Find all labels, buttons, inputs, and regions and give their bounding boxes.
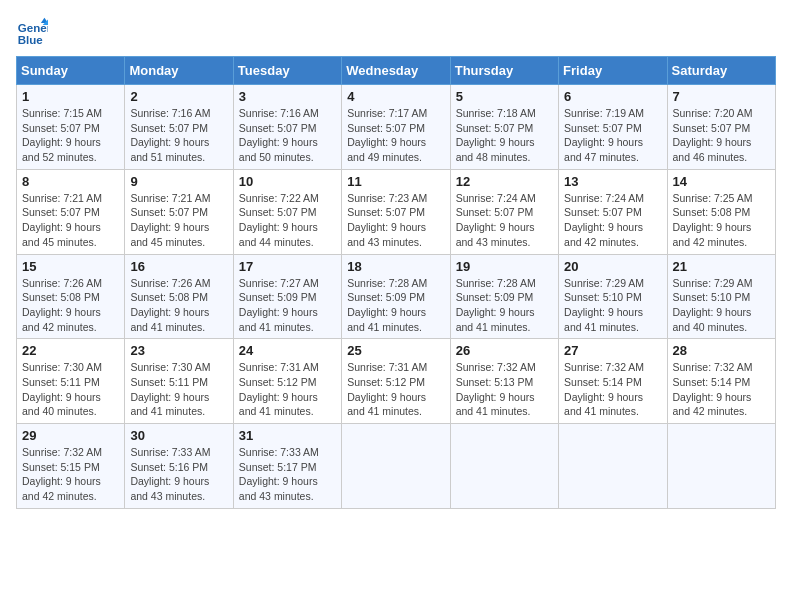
calendar-cell: 2 Sunrise: 7:16 AM Sunset: 5:07 PM Dayli… bbox=[125, 85, 233, 170]
logo: General Blue bbox=[16, 16, 52, 48]
day-header-tuesday: Tuesday bbox=[233, 57, 341, 85]
day-detail: Sunrise: 7:29 AM Sunset: 5:10 PM Dayligh… bbox=[564, 276, 661, 335]
day-number: 21 bbox=[673, 259, 770, 274]
day-number: 5 bbox=[456, 89, 553, 104]
day-detail: Sunrise: 7:15 AM Sunset: 5:07 PM Dayligh… bbox=[22, 106, 119, 165]
calendar-cell: 1 Sunrise: 7:15 AM Sunset: 5:07 PM Dayli… bbox=[17, 85, 125, 170]
calendar-week-5: 29 Sunrise: 7:32 AM Sunset: 5:15 PM Dayl… bbox=[17, 424, 776, 509]
day-number: 22 bbox=[22, 343, 119, 358]
day-number: 6 bbox=[564, 89, 661, 104]
day-detail: Sunrise: 7:16 AM Sunset: 5:07 PM Dayligh… bbox=[130, 106, 227, 165]
day-detail: Sunrise: 7:25 AM Sunset: 5:08 PM Dayligh… bbox=[673, 191, 770, 250]
day-number: 30 bbox=[130, 428, 227, 443]
calendar-header: SundayMondayTuesdayWednesdayThursdayFrid… bbox=[17, 57, 776, 85]
day-detail: Sunrise: 7:18 AM Sunset: 5:07 PM Dayligh… bbox=[456, 106, 553, 165]
calendar-cell bbox=[559, 424, 667, 509]
calendar-week-4: 22 Sunrise: 7:30 AM Sunset: 5:11 PM Dayl… bbox=[17, 339, 776, 424]
day-detail: Sunrise: 7:20 AM Sunset: 5:07 PM Dayligh… bbox=[673, 106, 770, 165]
day-detail: Sunrise: 7:24 AM Sunset: 5:07 PM Dayligh… bbox=[456, 191, 553, 250]
calendar-week-3: 15 Sunrise: 7:26 AM Sunset: 5:08 PM Dayl… bbox=[17, 254, 776, 339]
day-detail: Sunrise: 7:31 AM Sunset: 5:12 PM Dayligh… bbox=[347, 360, 444, 419]
day-number: 18 bbox=[347, 259, 444, 274]
day-number: 12 bbox=[456, 174, 553, 189]
calendar-cell: 12 Sunrise: 7:24 AM Sunset: 5:07 PM Dayl… bbox=[450, 169, 558, 254]
day-detail: Sunrise: 7:32 AM Sunset: 5:14 PM Dayligh… bbox=[673, 360, 770, 419]
day-header-sunday: Sunday bbox=[17, 57, 125, 85]
day-detail: Sunrise: 7:28 AM Sunset: 5:09 PM Dayligh… bbox=[456, 276, 553, 335]
day-detail: Sunrise: 7:30 AM Sunset: 5:11 PM Dayligh… bbox=[130, 360, 227, 419]
day-number: 19 bbox=[456, 259, 553, 274]
calendar-cell: 3 Sunrise: 7:16 AM Sunset: 5:07 PM Dayli… bbox=[233, 85, 341, 170]
calendar-cell: 6 Sunrise: 7:19 AM Sunset: 5:07 PM Dayli… bbox=[559, 85, 667, 170]
svg-text:General: General bbox=[18, 22, 48, 34]
day-detail: Sunrise: 7:16 AM Sunset: 5:07 PM Dayligh… bbox=[239, 106, 336, 165]
calendar-cell: 10 Sunrise: 7:22 AM Sunset: 5:07 PM Dayl… bbox=[233, 169, 341, 254]
calendar-cell: 26 Sunrise: 7:32 AM Sunset: 5:13 PM Dayl… bbox=[450, 339, 558, 424]
day-number: 10 bbox=[239, 174, 336, 189]
calendar-cell: 21 Sunrise: 7:29 AM Sunset: 5:10 PM Dayl… bbox=[667, 254, 775, 339]
calendar-cell: 13 Sunrise: 7:24 AM Sunset: 5:07 PM Dayl… bbox=[559, 169, 667, 254]
day-number: 3 bbox=[239, 89, 336, 104]
day-header-saturday: Saturday bbox=[667, 57, 775, 85]
day-header-wednesday: Wednesday bbox=[342, 57, 450, 85]
calendar-cell: 25 Sunrise: 7:31 AM Sunset: 5:12 PM Dayl… bbox=[342, 339, 450, 424]
calendar-table: SundayMondayTuesdayWednesdayThursdayFrid… bbox=[16, 56, 776, 509]
day-number: 25 bbox=[347, 343, 444, 358]
calendar-cell: 19 Sunrise: 7:28 AM Sunset: 5:09 PM Dayl… bbox=[450, 254, 558, 339]
calendar-cell: 22 Sunrise: 7:30 AM Sunset: 5:11 PM Dayl… bbox=[17, 339, 125, 424]
calendar-cell: 29 Sunrise: 7:32 AM Sunset: 5:15 PM Dayl… bbox=[17, 424, 125, 509]
day-number: 17 bbox=[239, 259, 336, 274]
calendar-cell: 18 Sunrise: 7:28 AM Sunset: 5:09 PM Dayl… bbox=[342, 254, 450, 339]
day-header-thursday: Thursday bbox=[450, 57, 558, 85]
day-detail: Sunrise: 7:32 AM Sunset: 5:13 PM Dayligh… bbox=[456, 360, 553, 419]
calendar-week-1: 1 Sunrise: 7:15 AM Sunset: 5:07 PM Dayli… bbox=[17, 85, 776, 170]
calendar-cell: 17 Sunrise: 7:27 AM Sunset: 5:09 PM Dayl… bbox=[233, 254, 341, 339]
day-header-monday: Monday bbox=[125, 57, 233, 85]
svg-text:Blue: Blue bbox=[18, 34, 44, 46]
day-detail: Sunrise: 7:28 AM Sunset: 5:09 PM Dayligh… bbox=[347, 276, 444, 335]
day-detail: Sunrise: 7:31 AM Sunset: 5:12 PM Dayligh… bbox=[239, 360, 336, 419]
calendar-cell: 23 Sunrise: 7:30 AM Sunset: 5:11 PM Dayl… bbox=[125, 339, 233, 424]
day-number: 16 bbox=[130, 259, 227, 274]
day-number: 9 bbox=[130, 174, 227, 189]
calendar-cell bbox=[450, 424, 558, 509]
day-detail: Sunrise: 7:24 AM Sunset: 5:07 PM Dayligh… bbox=[564, 191, 661, 250]
day-number: 4 bbox=[347, 89, 444, 104]
calendar-cell: 4 Sunrise: 7:17 AM Sunset: 5:07 PM Dayli… bbox=[342, 85, 450, 170]
day-detail: Sunrise: 7:26 AM Sunset: 5:08 PM Dayligh… bbox=[130, 276, 227, 335]
day-detail: Sunrise: 7:32 AM Sunset: 5:15 PM Dayligh… bbox=[22, 445, 119, 504]
day-number: 1 bbox=[22, 89, 119, 104]
calendar-cell: 30 Sunrise: 7:33 AM Sunset: 5:16 PM Dayl… bbox=[125, 424, 233, 509]
day-number: 14 bbox=[673, 174, 770, 189]
day-number: 29 bbox=[22, 428, 119, 443]
day-detail: Sunrise: 7:33 AM Sunset: 5:16 PM Dayligh… bbox=[130, 445, 227, 504]
day-number: 28 bbox=[673, 343, 770, 358]
calendar-cell bbox=[342, 424, 450, 509]
day-number: 20 bbox=[564, 259, 661, 274]
day-number: 27 bbox=[564, 343, 661, 358]
calendar-cell: 16 Sunrise: 7:26 AM Sunset: 5:08 PM Dayl… bbox=[125, 254, 233, 339]
day-number: 8 bbox=[22, 174, 119, 189]
calendar-cell: 28 Sunrise: 7:32 AM Sunset: 5:14 PM Dayl… bbox=[667, 339, 775, 424]
header: General Blue bbox=[16, 16, 776, 48]
calendar-cell: 8 Sunrise: 7:21 AM Sunset: 5:07 PM Dayli… bbox=[17, 169, 125, 254]
day-number: 15 bbox=[22, 259, 119, 274]
day-detail: Sunrise: 7:21 AM Sunset: 5:07 PM Dayligh… bbox=[130, 191, 227, 250]
calendar-cell: 7 Sunrise: 7:20 AM Sunset: 5:07 PM Dayli… bbox=[667, 85, 775, 170]
day-detail: Sunrise: 7:17 AM Sunset: 5:07 PM Dayligh… bbox=[347, 106, 444, 165]
day-detail: Sunrise: 7:23 AM Sunset: 5:07 PM Dayligh… bbox=[347, 191, 444, 250]
calendar-week-2: 8 Sunrise: 7:21 AM Sunset: 5:07 PM Dayli… bbox=[17, 169, 776, 254]
calendar-cell: 14 Sunrise: 7:25 AM Sunset: 5:08 PM Dayl… bbox=[667, 169, 775, 254]
day-detail: Sunrise: 7:33 AM Sunset: 5:17 PM Dayligh… bbox=[239, 445, 336, 504]
day-detail: Sunrise: 7:29 AM Sunset: 5:10 PM Dayligh… bbox=[673, 276, 770, 335]
day-detail: Sunrise: 7:26 AM Sunset: 5:08 PM Dayligh… bbox=[22, 276, 119, 335]
calendar-cell: 5 Sunrise: 7:18 AM Sunset: 5:07 PM Dayli… bbox=[450, 85, 558, 170]
day-number: 2 bbox=[130, 89, 227, 104]
day-detail: Sunrise: 7:32 AM Sunset: 5:14 PM Dayligh… bbox=[564, 360, 661, 419]
day-number: 31 bbox=[239, 428, 336, 443]
calendar-cell: 31 Sunrise: 7:33 AM Sunset: 5:17 PM Dayl… bbox=[233, 424, 341, 509]
day-detail: Sunrise: 7:27 AM Sunset: 5:09 PM Dayligh… bbox=[239, 276, 336, 335]
calendar-cell: 20 Sunrise: 7:29 AM Sunset: 5:10 PM Dayl… bbox=[559, 254, 667, 339]
calendar-cell: 9 Sunrise: 7:21 AM Sunset: 5:07 PM Dayli… bbox=[125, 169, 233, 254]
day-detail: Sunrise: 7:30 AM Sunset: 5:11 PM Dayligh… bbox=[22, 360, 119, 419]
